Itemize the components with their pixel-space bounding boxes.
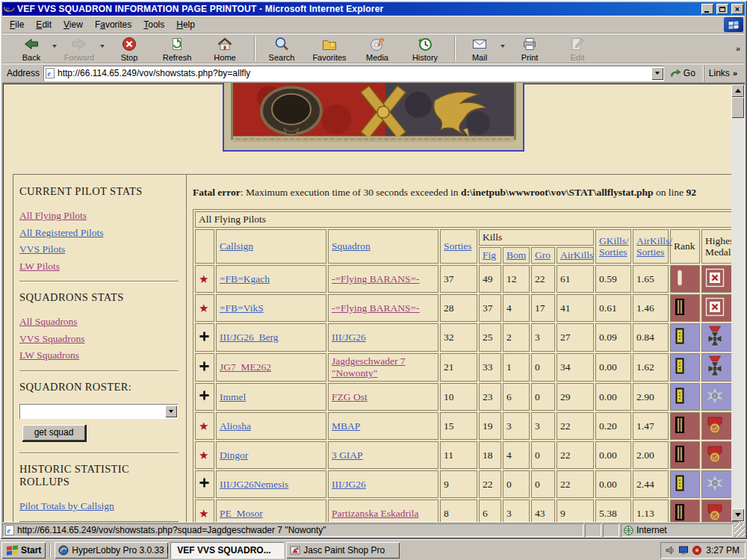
scroll-thumb[interactable]: [731, 97, 744, 118]
sidebar-link-vvs-pilots[interactable]: VVS Pilots: [19, 242, 65, 257]
squadron-link[interactable]: Partizanska Eskadrila: [332, 508, 419, 519]
toolbar-button-favorites[interactable]: Favorites: [307, 35, 355, 63]
rank-column-header: Rank: [670, 229, 700, 264]
address-dropdown-button[interactable]: [651, 67, 663, 80]
vertical-scrollbar[interactable]: [731, 84, 744, 521]
squadron-link[interactable]: III/JG26: [332, 479, 366, 490]
toolbar-dropdown-arrow[interactable]: [52, 45, 57, 48]
callsign-link[interactable]: JG7_ME262: [220, 361, 271, 373]
callsign-link[interactable]: Immel: [220, 391, 246, 402]
close-button[interactable]: ×: [731, 4, 743, 14]
toolbar-dropdown-arrow[interactable]: [500, 45, 505, 48]
links-bar[interactable]: Links »: [704, 65, 742, 81]
callsign-link[interactable]: III/JG26_Berg: [220, 332, 279, 343]
sidebar-link-vvs-squadrons[interactable]: VVS Squadrons: [19, 332, 84, 346]
menu-item-help[interactable]: Help: [170, 18, 201, 31]
toolbar-button-home[interactable]: Home: [202, 35, 250, 63]
menu-item-favorites[interactable]: Favorites: [89, 18, 137, 31]
scanner-icon[interactable]: [692, 545, 702, 556]
airkills-per-sortie-cell: 1.47: [633, 412, 669, 440]
toolbar-button-media[interactable]: Media: [355, 35, 403, 63]
toolbar-dropdown-arrow[interactable]: [100, 45, 105, 48]
squadron-cell: Jagdgeschwader 7 "Nowonty": [328, 353, 438, 382]
header-link-sorties[interactable]: Sorties: [444, 240, 472, 252]
gkills-per-sortie-cell: 0.59: [595, 265, 631, 293]
resize-grip[interactable]: [734, 523, 745, 537]
squadron-link[interactable]: FZG Ost: [332, 391, 368, 402]
sidebar-link-lw-squadrons[interactable]: LW Squadrons: [19, 348, 79, 363]
squadron-link[interactable]: Jagdgeschwader 7 "Nowonty": [332, 355, 406, 379]
squadron-link[interactable]: MBAP: [332, 420, 360, 432]
balkenkreuz-icon: [199, 477, 210, 488]
toolbar-overflow-chevron[interactable]: »: [736, 44, 743, 53]
internet-globe-icon: [624, 526, 633, 535]
sidebar-link-pilot-totals-by-callsign[interactable]: Pilot Totals by Callsign: [19, 499, 114, 514]
squadron-link[interactable]: -=Flying BARANS=-: [332, 273, 420, 284]
faction-cell: ★: [195, 441, 214, 469]
medal-star-cross-icon: [705, 473, 725, 493]
toolbar-button-mail[interactable]: Mail: [459, 35, 507, 63]
callsign-link[interactable]: =FB=Kgach: [220, 273, 270, 284]
sidebar-link-all-squadrons[interactable]: All Squadrons: [19, 314, 78, 329]
header-link-airkills[interactable]: AirKills: [560, 249, 593, 261]
sidebar-link-lw-pilots[interactable]: LW Pilots: [19, 259, 60, 274]
pilot-row: ★=FB=VikS-=Flying BARANS=-2837417410.611…: [195, 294, 739, 322]
toolbar-button-search[interactable]: Search: [259, 35, 307, 63]
menu-item-tools[interactable]: Tools: [137, 18, 170, 31]
start-button[interactable]: Start: [1, 542, 46, 559]
squadron-link[interactable]: -=Flying BARANS=-: [332, 302, 420, 314]
callsign-link[interactable]: Dingor: [220, 449, 248, 461]
sidebar-links: All SquadronsVVS SquadronsLW Squadrons: [19, 314, 179, 363]
sidebar-link-all-registered-pilots[interactable]: All Registered Pilots: [19, 225, 104, 240]
squadron-link[interactable]: 3 GIAP: [332, 449, 363, 461]
go-button[interactable]: Go: [668, 68, 700, 78]
toolbar-button-back[interactable]: Back: [11, 35, 59, 63]
toolbar-button-stop[interactable]: Stop: [107, 35, 155, 63]
header-link-fig[interactable]: Fig: [483, 249, 496, 261]
vvs-rank-bar-icon: [674, 269, 686, 287]
header-link-gro[interactable]: Gro: [535, 249, 551, 261]
header-link-bom[interactable]: Bom: [506, 249, 526, 261]
header-link-airkills-sorties[interactable]: AirKills/Sorties: [636, 235, 665, 258]
airkills-cell: 29: [557, 383, 594, 411]
airkills-per-sortie-cell: 1.46: [633, 294, 669, 322]
task-button-vef-vvs-squadro[interactable]: VEF VVS SQUADRO...: [170, 542, 284, 559]
toolbar-label-home: Home: [214, 53, 235, 62]
menu-item-view[interactable]: View: [58, 18, 89, 31]
callsign-link[interactable]: III/JG26Nemesis: [220, 479, 288, 490]
toolbar-button-print[interactable]: Print: [507, 35, 555, 63]
toolbar-separator: [254, 36, 255, 61]
roster-dropdown-button[interactable]: [165, 405, 177, 417]
display-icon[interactable]: [678, 545, 689, 556]
sidebar-link-all-flying-pilots[interactable]: All Flying Pilots: [19, 208, 87, 223]
scroll-up-button[interactable]: [731, 84, 744, 97]
volume-icon[interactable]: [665, 545, 675, 556]
fig-kills-cell: 33: [479, 353, 501, 382]
toolbar-button-refresh[interactable]: Refresh: [155, 35, 202, 63]
faction-cell: [195, 353, 214, 382]
address-input[interactable]: [58, 68, 648, 78]
callsign-link[interactable]: PE_Mosor: [220, 508, 263, 519]
gkills-per-sortie-cell: 0.00: [595, 470, 631, 498]
toolbar-label-forward: Forward: [64, 53, 94, 62]
task-button-jasc-paint-shop-pro[interactable]: Jasc Paint Shop Pro: [286, 542, 400, 559]
get-squad-button[interactable]: get squad: [22, 425, 87, 442]
menu-item-edit[interactable]: Edit: [30, 18, 58, 31]
roster-select[interactable]: [19, 404, 178, 419]
task-button-hyperlobby-pro-3-0-33-beta[interactable]: HyperLobby Pro 3.0.33 BETA: [55, 542, 168, 559]
toolbar-button-history[interactable]: History: [403, 35, 450, 63]
red-star-icon: ★: [199, 507, 208, 520]
callsign-link[interactable]: Aliosha: [220, 420, 251, 432]
header-link-squadron[interactable]: Squadron: [332, 240, 371, 252]
scroll-down-button[interactable]: [731, 508, 744, 521]
rank-badge-cell: [670, 265, 700, 293]
header-link-callsign[interactable]: Callsign: [220, 240, 253, 252]
maximize-button[interactable]: [716, 4, 728, 14]
menu-item-file[interactable]: File: [4, 18, 30, 31]
svg-text:e: e: [7, 526, 11, 535]
header-link-gkills-sorties[interactable]: GKills/Sorties: [599, 235, 627, 258]
minimize-button[interactable]: [701, 4, 713, 14]
squadron-link[interactable]: III/JG26: [332, 332, 366, 343]
callsign-link[interactable]: =FB=VikS: [220, 302, 264, 314]
refresh-icon: [169, 36, 185, 52]
